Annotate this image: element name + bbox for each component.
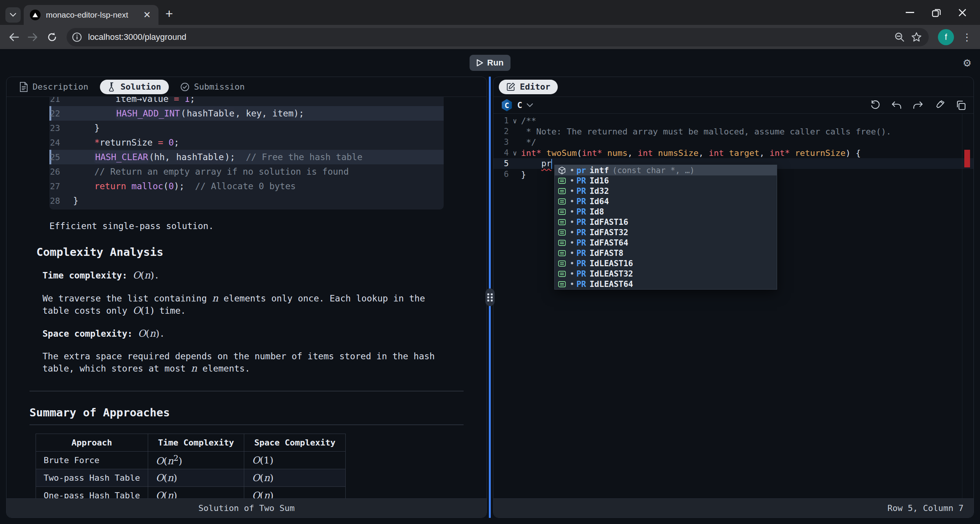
suggestion-item[interactable]: •PRIdFAST32 — [555, 227, 777, 237]
tab-solution[interactable]: Solution — [100, 80, 169, 94]
fold-chevron-icon[interactable]: ∨ — [509, 149, 521, 157]
constant-icon — [558, 259, 566, 268]
code-editor[interactable]: 1∨/**2 * Note: The returned array must b… — [493, 114, 973, 498]
reload-icon[interactable] — [44, 29, 60, 46]
constant-icon — [558, 228, 566, 237]
constant-icon — [558, 270, 566, 278]
copy-icon[interactable] — [956, 100, 966, 110]
constant-icon — [558, 187, 566, 195]
minimize-icon[interactable] — [906, 12, 914, 13]
code-line: 24 *returnSize = 0; — [49, 135, 444, 150]
editor-line[interactable]: 4∨int* twoSum(int* nums, int numsSize, i… — [493, 147, 973, 158]
tab-editor[interactable]: Editor — [499, 80, 558, 94]
editor-line[interactable]: 1∨/** — [493, 115, 973, 126]
table-header: Time Complexity — [148, 434, 244, 452]
suggestion-item[interactable]: •PRId32 — [555, 186, 777, 196]
c-logo-icon: C — [501, 99, 513, 111]
browser-titlebar: monaco-editor-lsp-next ✕ + — [0, 0, 980, 25]
code-line: 22 HASH_ADD_INT(hashTable, key, item); — [49, 106, 444, 121]
back-icon[interactable] — [5, 29, 22, 46]
menu-kebab-icon[interactable]: ⋮ — [959, 29, 975, 45]
tab-description[interactable]: Description — [12, 80, 96, 94]
time-complexity-para: We traverse the list containing n elemen… — [42, 292, 451, 317]
summary-heading: Summary of Approaches — [29, 406, 464, 419]
suggestion-item[interactable]: •PRIdFAST64 — [555, 237, 777, 248]
tab-search-button[interactable] — [5, 7, 21, 23]
table-row: Two-pass Hash TableO(n)O(n) — [36, 469, 346, 487]
url-bar[interactable]: localhost:3000/playground — [67, 28, 929, 46]
profile-avatar[interactable]: f — [938, 29, 954, 45]
constant-icon — [558, 177, 566, 185]
suggestion-item[interactable]: •PRId64 — [555, 196, 777, 206]
space-complexity-para: The extra space required depends on the … — [42, 350, 451, 375]
site-info-icon[interactable] — [70, 30, 84, 44]
solution-panel: Description Solution Submission 21 item→… — [6, 77, 487, 518]
panel-resizer[interactable] — [487, 77, 493, 518]
suggestion-item[interactable]: •PRId16 — [555, 175, 777, 186]
suggestion-item[interactable]: •PRIdLEAST64 — [555, 279, 777, 289]
approaches-table: ApproachTime ComplexitySpace ComplexityB… — [36, 434, 346, 498]
suggestion-item[interactable]: •PRIdLEAST32 — [555, 269, 777, 279]
browser-tab[interactable]: monaco-editor-lsp-next ✕ — [24, 5, 158, 25]
flask-icon — [108, 82, 116, 92]
overview-ruler — [962, 114, 973, 498]
space-complexity-line: Space complexity: O(n). — [42, 328, 451, 340]
undo-icon[interactable] — [892, 101, 902, 110]
close-icon[interactable] — [959, 9, 966, 16]
tab-label: Submission — [194, 82, 245, 92]
code-line: 28} — [49, 193, 444, 208]
gear-icon[interactable]: ⚙ — [964, 55, 971, 70]
restore-icon[interactable] — [932, 8, 941, 17]
constant-icon — [558, 218, 566, 226]
constant-icon — [558, 249, 566, 257]
code-line: 26 // Return an empty array if no soluti… — [49, 164, 444, 179]
tab-close-icon[interactable]: ✕ — [142, 10, 152, 20]
code-line: 27 return malloc(0); // Allocate 0 bytes — [49, 179, 444, 193]
bookmark-star-icon[interactable] — [908, 29, 925, 46]
tab-submission[interactable]: Submission — [173, 80, 252, 94]
favicon-triangle-icon — [30, 10, 41, 20]
table-row: Brute ForceO(n2)O(1) — [36, 452, 346, 469]
format-brush-icon[interactable] — [934, 100, 944, 110]
solution-intro: Efficient single-pass solution. — [49, 221, 464, 231]
suggestion-item[interactable]: •PRIdFAST16 — [555, 217, 777, 227]
redo-icon[interactable] — [913, 101, 923, 110]
editor-line[interactable]: 2 * Note: The returned array must be mal… — [493, 126, 973, 137]
suggestion-item[interactable]: •PRId8 — [555, 206, 777, 217]
resizer-grip-icon[interactable] — [485, 288, 495, 306]
suggestion-item[interactable]: •printf(const char *, …) — [555, 165, 777, 175]
divider-rule — [29, 391, 464, 391]
tab-title: monaco-editor-lsp-next — [46, 10, 136, 20]
text-cursor — [551, 159, 552, 169]
suggestion-item[interactable]: •PRIdFAST8 — [555, 248, 777, 258]
code-line: 23 } — [49, 121, 444, 135]
chevron-down-icon[interactable] — [527, 103, 533, 107]
tab-label: Editor — [520, 82, 550, 92]
solution-content[interactable]: 21 item→value = 1;22 HASH_ADD_INT(hashTa… — [7, 97, 487, 498]
tab-label: Solution — [121, 82, 161, 92]
reset-icon[interactable] — [870, 100, 880, 110]
url-text: localhost:3000/playground — [88, 32, 891, 42]
new-tab-icon[interactable]: + — [165, 6, 173, 21]
constant-icon — [558, 197, 566, 206]
fold-chevron-icon[interactable]: ∨ — [509, 117, 521, 125]
run-button[interactable]: Run — [470, 55, 511, 71]
document-icon — [20, 82, 28, 92]
table-row: One-pass Hash TableO(n)O(n) — [36, 487, 346, 499]
code-line: 21 item→value = 1; — [49, 97, 444, 106]
heading-rule — [29, 424, 464, 425]
editor-panel: Editor C C 1∨/**2 * Note: The returned a… — [493, 77, 974, 518]
constant-icon — [558, 208, 566, 216]
autocomplete-popup: •printf(const char *, …)•PRId16•PRId32•P… — [554, 165, 777, 290]
function-cube-icon — [558, 166, 566, 175]
tab-label: Description — [33, 82, 88, 92]
code-line: 25 HASH_CLEAR(hh, hashTable); // Free th… — [49, 150, 444, 164]
editor-line[interactable]: 3 */ — [493, 137, 973, 147]
zoom-out-icon[interactable] — [891, 29, 908, 46]
constant-icon — [558, 239, 566, 247]
edit-icon — [506, 82, 515, 91]
language-name: C — [517, 100, 522, 110]
forward-icon[interactable] — [24, 29, 41, 46]
editor-statusbar: Row 5, Column 7 — [493, 498, 973, 517]
suggestion-item[interactable]: •PRIdLEAST16 — [555, 258, 777, 269]
